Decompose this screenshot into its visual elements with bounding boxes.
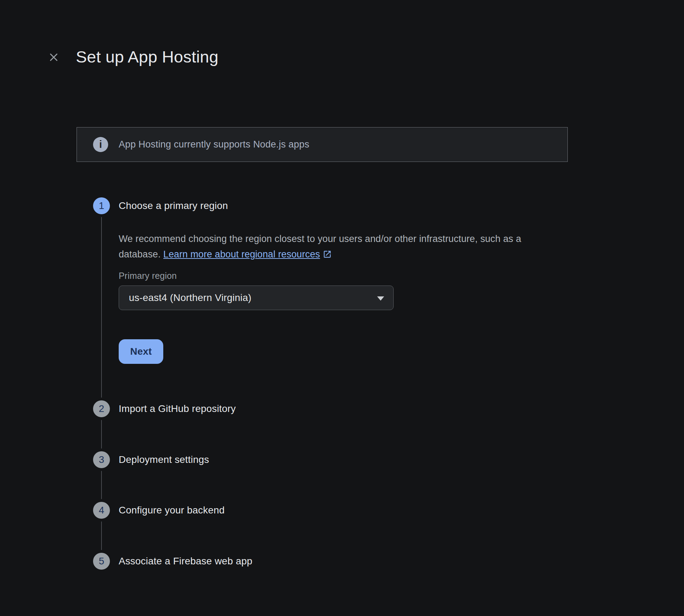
info-icon: i <box>93 137 108 152</box>
page-title: Set up App Hosting <box>76 47 218 67</box>
stepper-rail-segment <box>101 522 102 550</box>
dropdown-caret-icon <box>377 296 384 301</box>
stepper-rail-segment <box>101 217 102 398</box>
setup-app-hosting-dialog: Set up App Hosting i App Hosting current… <box>0 0 684 616</box>
step-3-indicator: 3 <box>93 451 110 468</box>
close-icon <box>47 50 61 64</box>
region-description: We recommend choosing the region closest… <box>119 231 551 263</box>
info-banner-text: App Hosting currently supports Node.js a… <box>119 139 309 150</box>
step-4-indicator: 4 <box>93 502 110 519</box>
close-button[interactable] <box>46 49 62 65</box>
step-5-indicator: 5 <box>93 553 110 570</box>
primary-region-select[interactable]: us-east4 (Northern Virginia) <box>119 286 394 310</box>
primary-region-label: Primary region <box>119 271 177 281</box>
stepper-rail-segment <box>101 420 102 448</box>
step-3-title: Deployment settings <box>119 453 209 466</box>
external-link-icon <box>323 248 332 263</box>
info-banner: i App Hosting currently supports Node.js… <box>77 127 568 162</box>
step-2-title: Import a GitHub repository <box>119 402 236 415</box>
next-button[interactable]: Next <box>119 339 163 364</box>
step-1-indicator: 1 <box>93 197 110 214</box>
step-1-title: Choose a primary region <box>119 199 228 212</box>
step-5-title: Associate a Firebase web app <box>119 555 252 568</box>
primary-region-value: us-east4 (Northern Virginia) <box>129 292 251 303</box>
stepper-rail-segment <box>101 471 102 499</box>
step-4-title: Configure your backend <box>119 504 225 517</box>
learn-more-link[interactable]: Learn more about regional resources <box>163 249 332 260</box>
learn-more-link-label: Learn more about regional resources <box>163 249 320 260</box>
step-2-indicator: 2 <box>93 400 110 417</box>
